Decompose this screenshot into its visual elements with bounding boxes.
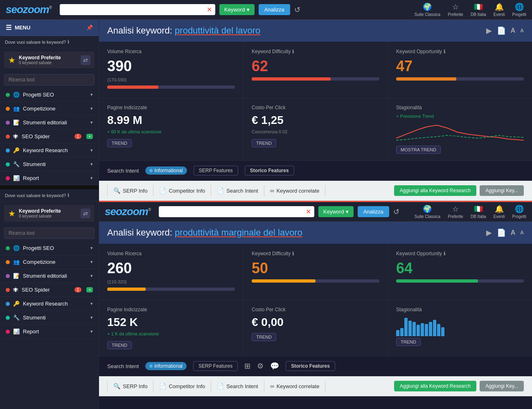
progetti-icon[interactable]: 🌐Progetti: [512, 2, 526, 17]
tab-search-intent-1[interactable]: 📄 Search Intent: [211, 185, 264, 196]
cpc-trend-btn-2[interactable]: TREND: [252, 333, 276, 341]
search-tool-input[interactable]: Ricerca tool: [4, 74, 95, 85]
stats-row-4: Pagine Indicizzate 152 K + 1 K da ultima…: [99, 300, 532, 356]
chat-icon[interactable]: 💬: [270, 362, 279, 371]
preferite-icon[interactable]: ☆Preferite: [448, 2, 463, 17]
eventi-icon-2[interactable]: 🔔Eventi: [494, 204, 505, 219]
sidebar-item-competizione-2[interactable]: 👥 Competizione ▾: [0, 255, 99, 269]
sidebar-item-icon: 🕷: [13, 133, 18, 139]
preferite-icon-2[interactable]: ☆Preferite: [448, 204, 463, 219]
stat-volume-2: Volume Ricerca 260 (110-320): [99, 244, 243, 300]
suite-classica-icon[interactable]: 🌍Suite Classica: [415, 2, 440, 17]
sidebar-item-strumenti-2[interactable]: 🔧 Strumenti ▾: [0, 311, 99, 325]
stagionalita-mostra-btn-1[interactable]: MOSTRA TREND: [396, 146, 441, 154]
storico-btn-2[interactable]: Storico Features: [286, 361, 335, 371]
keyword-correlate-icon: ∞: [270, 187, 274, 194]
pin-icon[interactable]: 📌: [86, 25, 93, 31]
analizza-btn-2[interactable]: Analizza: [358, 206, 389, 217]
play-icon[interactable]: ▶: [486, 26, 492, 35]
refresh-btn[interactable]: ⇄: [81, 55, 90, 65]
sidebar-item-keyword-research-1[interactable]: 🔑 Keyword Research ▾: [0, 144, 99, 157]
tab-serp-info-2[interactable]: 🔍 SERP Info: [107, 380, 153, 392]
font-large-icon[interactable]: A: [511, 27, 516, 34]
font-large-icon-2[interactable]: A: [511, 229, 516, 236]
search-input-2[interactable]: produttività marginale del lavoro: [162, 209, 304, 215]
history-btn-1[interactable]: ↺: [294, 5, 300, 14]
search-tool-input-2[interactable]: Ricerca tool: [4, 227, 95, 239]
competizione-dot: [6, 107, 10, 111]
volume-progress-2: [107, 288, 235, 291]
stat-stagionalita-2: Stagionalità: [388, 300, 532, 356]
search-bar-2[interactable]: produttività marginale del lavoro ✕: [159, 206, 314, 217]
seo-spider-dot: [6, 135, 10, 139]
history-btn-2[interactable]: ↺: [393, 207, 399, 216]
sidebar-item-strumenti[interactable]: 🔧 Strumenti ▾: [0, 157, 99, 171]
font-small-icon-2[interactable]: A: [520, 230, 524, 236]
pagine-trend-btn-2[interactable]: TREND: [107, 341, 132, 349]
clear-btn-2[interactable]: ✕: [306, 208, 311, 216]
keyword-btn-1[interactable]: Keyword ▾: [219, 4, 255, 15]
intent-badge-1: Informational: [145, 166, 187, 175]
aggiungi-kw-research-btn-2[interactable]: Aggiungi alla Keyword Research: [394, 381, 476, 391]
tab-competitor-info-2[interactable]: 📄 Competitor Info: [153, 380, 211, 392]
info-icon: ℹ: [68, 39, 69, 45]
tab-keyword-correlate-1[interactable]: ∞ Keyword correlate: [264, 185, 326, 196]
sidebar-item-keyword-research-2[interactable]: 🔑 Keyword Research ▾: [0, 297, 99, 311]
keyword-btn-2[interactable]: Keyword ▾: [318, 206, 354, 217]
aggiungi-kw-research-btn-1[interactable]: Aggiungi alla Keyword Research: [394, 185, 476, 196]
cpc-trend-btn-1[interactable]: TREND: [252, 139, 276, 147]
difficulty-info-icon-2: ℹ: [292, 251, 294, 256]
opportunity-info-icon-2: ℹ: [444, 251, 446, 256]
sidebar-item-strumenti-editoriali-2[interactable]: 📝 Strumenti editoriali ▾: [0, 269, 99, 283]
hamburger-icon: ☰: [6, 24, 11, 31]
sidebar-item-progetti-seo[interactable]: 🌐 Progetti SEO ▾: [0, 88, 99, 102]
pdf-icon[interactable]: 📄: [497, 26, 506, 35]
sidebar-item-report-2[interactable]: 📊 Report ▾: [0, 325, 99, 339]
serp-features-btn-1[interactable]: SERP Features: [194, 166, 238, 175]
progetti-icon-2[interactable]: 🌐Progetti: [512, 204, 526, 219]
volume-progress-fill-1: [107, 85, 158, 89]
clear-btn-1[interactable]: ✕: [207, 6, 212, 13]
suite-classica-icon-2[interactable]: 🌍Suite Classica: [415, 204, 440, 219]
sidebar-item-strumenti-editoriali[interactable]: 📝 Strumenti editoriali ▾: [0, 116, 99, 130]
grid-icon[interactable]: ⊞: [244, 362, 250, 371]
cpc-value-1: € 1,25: [252, 114, 379, 127]
pagine-trend-btn-1[interactable]: TREND: [107, 139, 132, 147]
stats-row-3: Volume Ricerca 260 (110-320) Keyword Dif…: [99, 244, 532, 300]
tab-keyword-correlate-2[interactable]: ∞ Keyword correlate: [264, 380, 326, 392]
font-small-icon[interactable]: A: [520, 28, 524, 34]
star-icon-2: ★: [8, 209, 16, 218]
storico-btn-1[interactable]: Storico Features: [245, 166, 294, 175]
db-italia-icon[interactable]: 🇮🇹DB Italia: [471, 2, 486, 17]
opportunity-progress-1: [396, 77, 524, 81]
settings-icon[interactable]: ⚙: [257, 362, 264, 371]
stagionalita-trend-btn-2[interactable]: TREND: [396, 338, 421, 346]
tab-serp-info-1[interactable]: 🔍 SERP Info: [107, 185, 153, 196]
sidebar-item-seo-spider-2[interactable]: 🕷 SEO Spider 1 +: [0, 283, 99, 297]
refresh-btn-2[interactable]: ⇄: [81, 209, 90, 218]
difficulty-progress-fill-2: [252, 279, 316, 283]
aggiungi-key-btn-1[interactable]: Aggiungi Key...: [480, 185, 524, 196]
play-icon-2[interactable]: ▶: [486, 228, 492, 237]
title-keyword-2: produttività marginale del lavoro: [175, 227, 302, 238]
analizza-btn-1[interactable]: Analizza: [259, 4, 290, 15]
stat-difficulty-1: Keyword Difficulty ℹ 62: [243, 42, 388, 98]
tabs-row-1: 🔍 SERP Info 📄 Competitor Info 📄 Search I…: [99, 181, 532, 201]
search-input-1[interactable]: produttività del lavoro: [63, 7, 205, 13]
strumenti-editoriali-dot: [6, 121, 10, 125]
sidebar-item-seo-spider[interactable]: 🕷 SEO Spider 1 +: [0, 130, 99, 144]
section-title-1: Analisi keyword: produttività del lavoro: [107, 25, 260, 36]
difficulty-info-icon-1: ℹ: [292, 49, 294, 54]
aggiungi-key-btn-2[interactable]: Aggiungi Key...: [480, 381, 524, 391]
db-italia-icon-2[interactable]: 🇮🇹DB Italia: [471, 204, 486, 219]
eventi-icon[interactable]: 🔔Eventi: [494, 2, 505, 17]
tab-search-intent-2[interactable]: 📄 Search Intent: [211, 380, 264, 392]
serp-features-btn-2[interactable]: SERP Features: [193, 361, 238, 371]
sidebar-item-progetti-seo-2[interactable]: 🌐 Progetti SEO ▾: [0, 241, 99, 255]
sidebar-item-report[interactable]: 📊 Report ▾: [0, 171, 99, 185]
sidebar-item-competizione[interactable]: 👥 Competizione ▾: [0, 102, 99, 116]
competitor-info-icon: 📄: [159, 187, 166, 194]
search-bar-1[interactable]: produttività del lavoro ✕: [60, 4, 215, 15]
tab-competitor-info-1[interactable]: 📄 Competitor Info: [153, 185, 211, 196]
pdf-icon-2[interactable]: 📄: [497, 228, 506, 237]
